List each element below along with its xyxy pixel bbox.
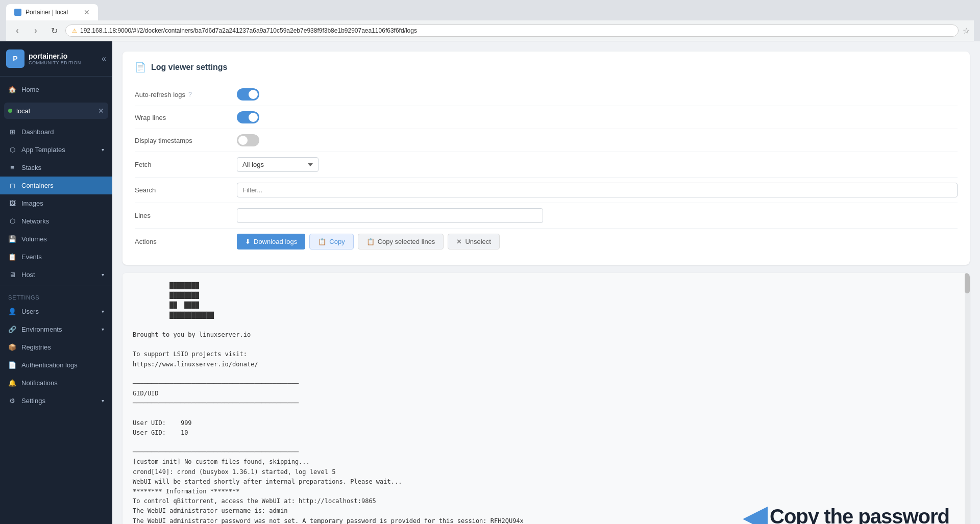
env-header: local ✕	[8, 107, 104, 115]
sidebar-item-auth-logs[interactable]: 📄 Authentication logs	[0, 356, 112, 374]
sidebar-item-home[interactable]: 🏠 Home	[0, 81, 112, 98]
sidebar-item-label: Host	[21, 271, 96, 279]
chevron-down-icon: ▾	[102, 147, 104, 153]
events-icon: 📋	[8, 253, 16, 261]
sidebar-item-label: Networks	[21, 217, 104, 225]
log-text: ████████ ████████ ██ ████ ████████████ B…	[133, 281, 960, 524]
sidebar-item-stacks[interactable]: ≡ Stacks	[0, 159, 112, 177]
registries-icon: 📦	[8, 343, 16, 351]
sidebar-item-settings[interactable]: ⚙ Settings ▾	[0, 392, 112, 410]
back-button[interactable]: ‹	[10, 23, 24, 38]
auto-refresh-row: Auto-refresh logs ?	[135, 83, 958, 106]
actions-row: Actions ⬇ Download logs 📋 Copy	[135, 229, 958, 255]
sidebar-nav: 🏠 Home local ✕ ⊞ Dashboard ⬡ App Templat…	[0, 77, 112, 524]
sidebar-item-users[interactable]: 👤 Users ▾	[0, 303, 112, 320]
logo-name: portainer.io	[29, 52, 81, 60]
logo-sub: COMMUNITY EDITION	[29, 60, 81, 65]
notifications-icon: 🔔	[8, 379, 16, 387]
copy-button[interactable]: 📋 Copy	[309, 234, 353, 249]
chevron-down-icon: ▾	[102, 272, 104, 278]
main-content: 📄 Log viewer settings Auto-refresh logs …	[112, 41, 980, 524]
download-logs-button[interactable]: ⬇ Download logs	[237, 234, 305, 249]
fetch-label: Fetch	[135, 161, 237, 168]
sidebar-item-label: Authentication logs	[21, 361, 104, 369]
app-templates-icon: ⬡	[8, 146, 16, 154]
search-row: Search	[135, 178, 958, 203]
bookmark-button[interactable]: ☆	[963, 26, 970, 36]
auto-refresh-control	[237, 88, 958, 101]
chevron-down-icon: ▾	[102, 327, 104, 332]
copy-label: Copy	[329, 238, 345, 245]
chevron-down-icon: ▾	[102, 309, 104, 314]
toggle-slider	[237, 88, 259, 101]
sidebar-item-registries[interactable]: 📦 Registries	[0, 338, 112, 356]
containers-icon: ◻	[8, 182, 16, 189]
actions-buttons: ⬇ Download logs 📋 Copy 📋 Copy selected l…	[237, 234, 958, 249]
scrollbar-thumb[interactable]	[965, 273, 970, 293]
copy-selected-button[interactable]: 📋 Copy selected lines	[358, 234, 444, 249]
lines-label: Lines	[135, 212, 237, 219]
help-icon[interactable]: ?	[188, 91, 192, 98]
copy-selected-label: Copy selected lines	[378, 238, 435, 245]
auto-refresh-label: Auto-refresh logs ?	[135, 91, 237, 98]
sidebar-item-label: Stacks	[21, 164, 104, 171]
logo-text: portainer.io COMMUNITY EDITION	[29, 52, 81, 65]
tab-title: Portainer | local	[26, 9, 80, 16]
wrap-lines-toggle[interactable]	[237, 111, 259, 123]
settings-icon: ⚙	[8, 397, 16, 405]
panel-title: Log viewer settings	[151, 63, 227, 72]
sidebar-item-notifications[interactable]: 🔔 Notifications	[0, 374, 112, 392]
file-icon: 📄	[135, 62, 146, 73]
env-section: local ✕	[4, 103, 108, 119]
dashboard-icon: ⊞	[8, 128, 16, 136]
auto-refresh-toggle[interactable]	[237, 88, 259, 101]
fetch-row: Fetch All logs Last 100 lines Last 500 l…	[135, 152, 958, 178]
wrap-lines-label: Wrap lines	[135, 114, 237, 121]
fetch-control: All logs Last 100 lines Last 500 lines L…	[237, 157, 958, 172]
logo-icon: P	[6, 49, 24, 68]
unselect-button[interactable]: ✕ Unselect	[448, 234, 500, 249]
annotation-text: Copy the password	[770, 505, 949, 524]
sidebar-collapse-button[interactable]: «	[102, 54, 106, 63]
sidebar-item-label: Users	[21, 308, 96, 315]
tab-close-button[interactable]: ✕	[84, 8, 90, 16]
unselect-icon: ✕	[456, 238, 462, 245]
chevron-down-icon: ▾	[102, 398, 104, 404]
sidebar-item-app-templates[interactable]: ⬡ App Templates ▾	[0, 141, 112, 159]
env-close-button[interactable]: ✕	[98, 107, 104, 115]
panel-header: 📄 Log viewer settings	[135, 62, 958, 73]
copy-icon: 📋	[318, 238, 326, 245]
networks-icon: ⬡	[8, 217, 16, 225]
favicon	[14, 9, 21, 16]
fetch-select[interactable]: All logs Last 100 lines Last 500 lines L…	[237, 157, 318, 172]
refresh-button[interactable]: ↻	[47, 23, 61, 38]
sidebar-item-events[interactable]: 📋 Events	[0, 248, 112, 266]
lines-control: 100	[237, 208, 958, 223]
scrollbar-track[interactable]	[965, 273, 970, 524]
forward-button[interactable]: ›	[29, 23, 43, 38]
browser-tabs: Portainer | local ✕	[6, 4, 974, 20]
sidebar-item-environments[interactable]: 🔗 Environments ▾	[0, 320, 112, 338]
copy-selected-icon: 📋	[366, 238, 375, 245]
display-timestamps-row: Display timestamps	[135, 129, 958, 152]
search-input[interactable]	[237, 183, 958, 197]
sidebar-item-label: Images	[21, 199, 104, 207]
sidebar-item-networks[interactable]: ⬡ Networks	[0, 212, 112, 230]
sidebar-item-label: Notifications	[21, 379, 104, 387]
sidebar-item-containers[interactable]: ◻ Containers	[0, 177, 112, 194]
home-icon: 🏠	[8, 86, 16, 93]
environments-icon: 🔗	[8, 326, 16, 333]
lines-row: Lines 100	[135, 203, 958, 229]
sidebar-item-images[interactable]: 🖼 Images	[0, 194, 112, 212]
sidebar-item-volumes[interactable]: 💾 Volumes	[0, 230, 112, 248]
sidebar-item-host[interactable]: 🖥 Host ▾	[0, 266, 112, 284]
display-timestamps-toggle[interactable]	[237, 134, 259, 146]
env-name: local	[16, 107, 94, 115]
content-area: 📄 Log viewer settings Auto-refresh logs …	[112, 41, 980, 524]
sidebar-logo: P portainer.io COMMUNITY EDITION «	[0, 41, 112, 77]
sidebar-item-dashboard[interactable]: ⊞ Dashboard	[0, 123, 112, 141]
lines-input[interactable]: 100	[237, 208, 543, 223]
address-bar[interactable]: ⚠ 192.168.1.18:9000/#!/2/docker/containe…	[65, 24, 959, 37]
browser-tab[interactable]: Portainer | local ✕	[6, 4, 98, 20]
sidebar-item-label: Volumes	[21, 235, 104, 243]
